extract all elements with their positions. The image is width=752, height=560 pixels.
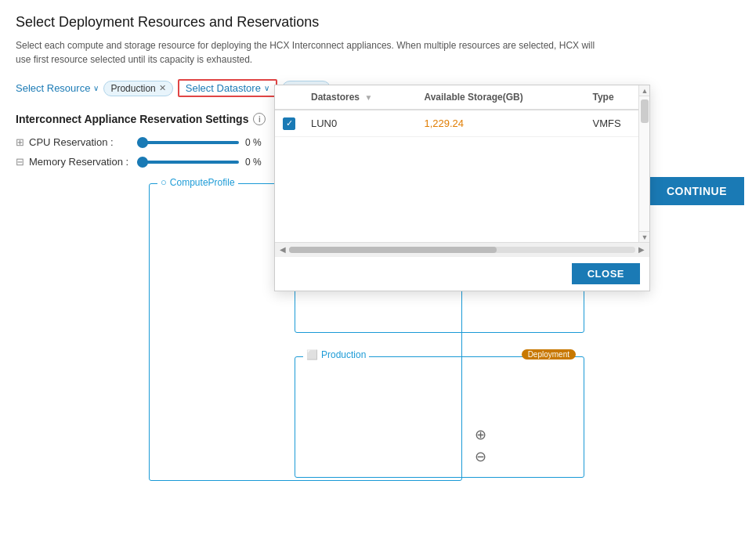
scroll-left-button[interactable]: ◀ (280, 245, 286, 254)
vertical-scrollbar: ▲ ▼ (638, 85, 649, 242)
memory-reservation-value: 0 % (245, 157, 267, 168)
table-header-row: Datastores ▼ Available Storage(GB) Type (275, 85, 649, 110)
col-storage-header: Available Storage(GB) (416, 85, 584, 110)
reservation-info-icon[interactable]: i (253, 113, 266, 125)
production-chip-remove[interactable]: ✕ (159, 84, 166, 92)
cpu-reservation-label: ⊞ CPU Reservation : (16, 136, 129, 148)
close-button[interactable]: CLOSE (572, 263, 640, 284)
reservation-title: Interconnect Appliance Reservation Setti… (16, 113, 282, 125)
row-storage-value: 1,229.24 (416, 110, 584, 136)
cpu-reservation-value: 0 % (245, 137, 267, 148)
col-checkbox (275, 85, 303, 110)
row-checkbox-cell (275, 110, 303, 136)
select-datastore-dropdown[interactable]: Select Datastore ∨ (178, 79, 277, 97)
continue-button[interactable]: CONTINUE (649, 177, 744, 205)
hscroll-thumb[interactable] (289, 247, 497, 253)
cpu-icon: ⊞ (16, 136, 24, 148)
datastore-dropdown-modal: Datastores ▼ Available Storage(GB) Type (274, 85, 650, 291)
scroll-track (639, 96, 649, 231)
deployment-badge: Deployment (522, 349, 576, 359)
production-chip-label: Production (110, 83, 155, 94)
cpu-slider-container: 0 % (137, 137, 267, 148)
modal-table-wrapper: Datastores ▼ Available Storage(GB) Type (275, 85, 649, 242)
datastore-table: Datastores ▼ Available Storage(GB) Type (275, 85, 649, 137)
production-box-icon: ⬜ (306, 349, 318, 360)
scroll-up-button[interactable]: ▲ (639, 85, 649, 96)
filter-icon[interactable]: ▼ (364, 93, 372, 102)
cpu-reservation-slider[interactable] (137, 141, 239, 144)
page-title: Select Deployment Resources and Reservat… (16, 14, 736, 31)
compute-profile-label: ○ ComputeProfile (157, 176, 238, 188)
memory-reservation-row: ⊟ Memory Reservation : 0 % (16, 156, 282, 168)
select-resource-label: Select Resource (16, 82, 90, 94)
page-description: Select each compute and storage resource… (16, 38, 603, 67)
page-container: Select Deployment Resources and Reservat… (0, 0, 752, 526)
reservation-panel: Interconnect Appliance Reservation Setti… (16, 113, 282, 168)
production-box: ⬜ Production Deployment (295, 356, 584, 478)
select-datastore-label: Select Datastore (186, 82, 261, 94)
horizontal-scrollbar: ◀ ▶ (275, 242, 649, 256)
hscroll-track (289, 247, 635, 253)
select-datastore-arrow-icon: ∨ (264, 84, 269, 92)
zoom-controls: ⊕ ⊖ (472, 426, 489, 465)
memory-slider-container: 0 % (137, 157, 267, 168)
cpu-reservation-row: ⊞ CPU Reservation : 0 % (16, 136, 282, 148)
modal-footer: CLOSE (275, 256, 649, 291)
scroll-right-button[interactable]: ▶ (638, 245, 645, 254)
select-resource-arrow-icon: ∨ (93, 84, 99, 92)
zoom-in-button[interactable]: ⊕ (472, 426, 489, 443)
scroll-thumb[interactable] (641, 99, 649, 123)
memory-icon: ⊟ (16, 156, 24, 168)
scroll-down-button[interactable]: ▼ (639, 231, 649, 242)
compute-icon: ○ (161, 176, 167, 188)
col-datastores-header: Datastores ▼ (303, 85, 416, 110)
select-resource-dropdown[interactable]: Select Resource ∨ (16, 82, 99, 94)
memory-reservation-slider[interactable] (137, 161, 239, 164)
memory-reservation-label: ⊟ Memory Reservation : (16, 156, 129, 168)
zoom-out-button[interactable]: ⊖ (472, 448, 489, 465)
production-label: ⬜ Production (303, 349, 369, 360)
row-checkbox[interactable] (283, 117, 295, 130)
production-chip: Production ✕ (103, 81, 172, 96)
row-datastore-name: LUN0 (303, 110, 416, 136)
table-row: LUN0 1,229.24 VMFS (275, 110, 649, 136)
